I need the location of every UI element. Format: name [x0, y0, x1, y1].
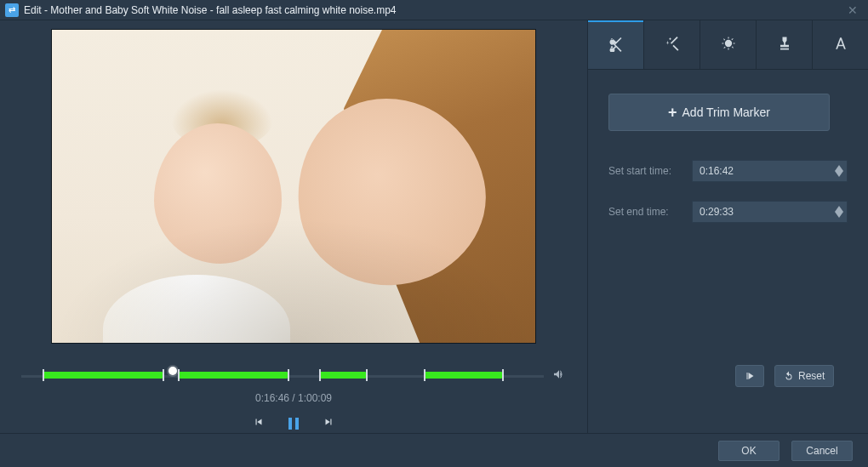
start-time-input[interactable]: 0:16:42 [692, 160, 848, 182]
chevron-up-icon[interactable] [835, 165, 843, 171]
wand-icon [664, 35, 681, 54]
end-time-label: Set end time: [608, 206, 683, 218]
trim-handle[interactable] [502, 369, 504, 381]
trim-handle[interactable] [424, 369, 425, 381]
text-icon [832, 35, 849, 54]
reset-button[interactable]: Reset [774, 365, 834, 387]
start-time-row: Set start time: 0:16:42 [608, 160, 848, 182]
end-time-row: Set end time: 0:29:33 [608, 201, 848, 223]
time-display: 0:16:46 / 1:00:09 [255, 392, 332, 404]
trim-segment[interactable] [319, 372, 366, 379]
chevron-down-icon[interactable] [835, 171, 843, 177]
app-icon: ⇄ [5, 3, 19, 17]
close-icon[interactable]: ✕ [842, 3, 863, 17]
transport-controls [253, 416, 334, 430]
volume-icon[interactable] [552, 367, 566, 384]
cancel-button[interactable]: Cancel [791, 441, 853, 461]
trim-panel: + Add Trim Marker Set start time: 0:16:4… [588, 70, 868, 223]
titlebar: ⇄ Edit - Mother and Baby Soft White Nois… [0, 0, 868, 20]
playhead[interactable] [168, 367, 177, 375]
panel-action-row: Reset [735, 365, 834, 387]
next-frame-button[interactable] [323, 416, 334, 430]
tab-watermark[interactable] [757, 20, 813, 69]
cancel-label: Cancel [806, 445, 837, 457]
tool-tabs [588, 20, 868, 70]
video-frame-placeholder [52, 30, 535, 343]
start-time-spinner [835, 165, 843, 177]
tab-effects[interactable] [644, 20, 700, 69]
trim-handle[interactable] [43, 369, 44, 381]
end-time-spinner [835, 206, 843, 218]
tab-adjust[interactable] [700, 20, 757, 69]
tab-text[interactable] [813, 20, 868, 69]
tab-trim[interactable] [588, 20, 644, 69]
start-time-value: 0:16:42 [700, 165, 734, 177]
trim-handle[interactable] [366, 369, 368, 381]
trim-segment[interactable] [424, 372, 502, 379]
window-title: Edit - Mother and Baby Soft White Noise … [24, 4, 842, 16]
trim-handle[interactable] [288, 369, 289, 381]
scissors-icon [608, 35, 625, 54]
plus-icon: + [668, 104, 677, 122]
footer: OK Cancel [0, 433, 868, 467]
trim-segment[interactable] [43, 372, 163, 379]
play-segment-button[interactable] [735, 365, 764, 387]
pause-button[interactable] [288, 418, 299, 430]
ok-label: OK [741, 445, 756, 457]
content-area: 0:16:46 / 1:00:09 [0, 20, 868, 467]
end-time-input[interactable]: 0:29:33 [692, 201, 848, 223]
start-time-label: Set start time: [608, 165, 683, 177]
reset-label: Reset [798, 370, 825, 382]
preview-pane: 0:16:46 / 1:00:09 [0, 20, 587, 467]
brightness-icon [720, 35, 737, 54]
chevron-up-icon[interactable] [835, 206, 843, 212]
trim-handle[interactable] [319, 369, 321, 381]
trim-handle[interactable] [163, 369, 164, 381]
prev-frame-button[interactable] [253, 416, 265, 430]
video-preview[interactable] [51, 29, 536, 344]
trim-segment[interactable] [178, 372, 288, 379]
chevron-down-icon[interactable] [835, 212, 843, 218]
add-trim-marker-button[interactable]: + Add Trim Marker [608, 94, 830, 131]
add-trim-marker-label: Add Trim Marker [682, 105, 770, 119]
trim-handle[interactable] [178, 369, 180, 381]
timeline-row [21, 367, 566, 384]
end-time-value: 0:29:33 [700, 206, 734, 218]
trim-timeline[interactable] [21, 369, 544, 383]
side-panel: + Add Trim Marker Set start time: 0:16:4… [587, 20, 868, 467]
stamp-icon [776, 35, 793, 54]
ok-button[interactable]: OK [718, 441, 779, 461]
